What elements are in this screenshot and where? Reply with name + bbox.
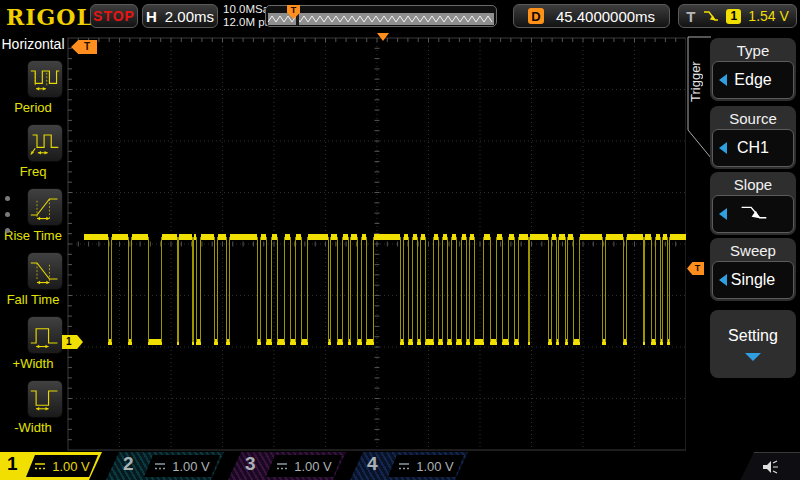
trigger-source-badge: 1 <box>726 9 741 24</box>
channel2-status[interactable]: 2 1.00 V <box>106 452 224 480</box>
trigger-level-value: 1.54 V <box>748 8 788 24</box>
dc-coupling-icon <box>276 462 288 471</box>
horizontal-timebase-box[interactable]: H 2.00ms <box>142 4 218 28</box>
oscilloscope-screen: { "top_bar": { "logo": "RIGOL", "run_sta… <box>0 0 800 480</box>
period-label: Period <box>0 100 66 115</box>
horizontal-center-marker[interactable] <box>377 33 389 41</box>
scroll-dot <box>5 212 10 217</box>
channel2-scale: 1.00 V <box>172 459 210 474</box>
speaker-icon <box>759 459 781 475</box>
trigger-sweep-group: Sweep Single <box>710 238 796 301</box>
channel1-scale-box: 1.00 V <box>26 455 98 477</box>
period-icon <box>29 63 61 95</box>
source-value: CH1 <box>737 139 769 157</box>
freq-label: Freq <box>0 164 66 179</box>
channel2-number: 2 <box>123 453 134 475</box>
channel1-scale: 1.00 V <box>52 459 90 474</box>
minus-width-icon <box>29 383 61 415</box>
scroll-dot <box>5 228 10 233</box>
menu-left-arrow-icon <box>719 74 727 86</box>
plus-width-label: +Width <box>0 356 66 371</box>
trigger-status-box[interactable]: T 1 1.54 V <box>678 4 797 28</box>
trigger-slope-group: Slope <box>710 172 796 235</box>
freq-button[interactable] <box>27 124 63 162</box>
menu-left-arrow-icon <box>719 208 727 220</box>
channel2-scale-box: 1.00 V <box>144 455 220 477</box>
horizontal-label: H <box>146 8 157 25</box>
type-value-button[interactable]: Edge <box>712 61 794 99</box>
plus-width-button[interactable] <box>27 316 63 354</box>
rise-time-icon <box>29 191 61 223</box>
delay-d-icon: D <box>528 8 544 24</box>
sweep-header: Sweep <box>712 240 794 261</box>
channel4-status[interactable]: 4 1.00 V <box>350 452 468 480</box>
type-header: Type <box>712 40 794 61</box>
fall-time-label: Fall Time <box>0 292 66 307</box>
trigger-t-label: T <box>686 8 695 25</box>
channel4-scale: 1.00 V <box>416 459 454 474</box>
triangle-down-icon <box>745 353 761 361</box>
trigger-type-group: Type Edge <box>710 38 796 101</box>
rigol-logo: RIGOL <box>6 4 93 30</box>
channel1-status[interactable]: 1 1.00 V <box>0 452 102 480</box>
channel-status-bar: 1 1.00 V 2 1.00 V 3 1.00 V <box>0 452 800 480</box>
plus-width-icon <box>29 319 61 351</box>
channel1-number: 1 <box>7 453 18 475</box>
trigger-level-marker[interactable]: T <box>687 262 704 275</box>
setting-label: Setting <box>728 327 778 345</box>
channel3-scale: 1.00 V <box>294 459 332 474</box>
source-value-button[interactable]: CH1 <box>712 129 794 167</box>
falling-edge-icon <box>702 9 719 24</box>
dc-coupling-icon <box>34 462 46 471</box>
menu-left-arrow-icon <box>719 142 727 154</box>
freq-icon <box>29 127 61 159</box>
scroll-dot <box>5 196 10 201</box>
minus-width-button[interactable] <box>27 380 63 418</box>
fall-time-button[interactable] <box>27 252 63 290</box>
trigger-menu-tab: Trigger <box>688 44 705 120</box>
channel3-scale-box: 1.00 V <box>266 455 342 477</box>
run-state-badge[interactable]: STOP <box>90 4 138 28</box>
channel4-number: 4 <box>367 453 378 475</box>
channel3-status[interactable]: 3 1.00 V <box>228 452 346 480</box>
trigger-setting-button[interactable]: Setting <box>710 310 796 378</box>
minus-width-label: -Width <box>0 420 66 435</box>
left-menu-title: Horizontal <box>0 36 66 52</box>
preview-waveform <box>266 6 496 26</box>
sound-button[interactable] <box>740 452 800 480</box>
rise-time-button[interactable] <box>27 188 63 226</box>
fall-time-icon <box>29 255 61 287</box>
slope-header: Slope <box>712 174 794 195</box>
dc-coupling-icon <box>154 462 166 471</box>
channel4-scale-box: 1.00 V <box>388 455 464 477</box>
dc-coupling-icon <box>398 462 410 471</box>
sweep-value: Single <box>731 271 775 289</box>
delay-value: 45.4000000ms <box>556 8 655 25</box>
falling-edge-icon <box>734 202 772 226</box>
sweep-value-button[interactable]: Single <box>712 261 794 299</box>
period-button[interactable] <box>27 60 63 98</box>
delay-box[interactable]: D 45.4000000ms <box>513 4 670 28</box>
slope-value-button[interactable] <box>712 195 794 233</box>
source-header: Source <box>712 108 794 129</box>
channel3-number: 3 <box>245 453 256 475</box>
type-value: Edge <box>734 71 771 89</box>
waveform-plot <box>62 32 686 452</box>
menu-left-arrow-icon <box>719 274 727 286</box>
timebase-value: 2.00ms <box>165 8 214 25</box>
trigger-source-group: Source CH1 <box>710 106 796 169</box>
